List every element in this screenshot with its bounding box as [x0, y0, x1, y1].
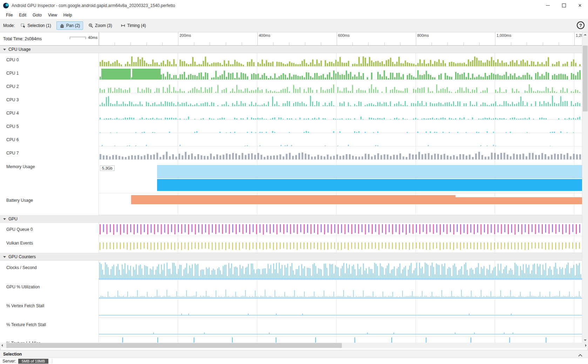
track-label-vertex-fetch-stall: % Vertex Fetch Stall	[0, 299, 99, 318]
track-chart-cpu-6[interactable]	[99, 133, 582, 146]
menu-item-view[interactable]: View	[45, 12, 60, 19]
track-chart-cpu-4[interactable]	[99, 107, 582, 120]
track-chart-cpu-3[interactable]	[99, 93, 582, 107]
track-row-cpu-1: CPU 1	[0, 67, 588, 80]
track-label-vulkan-events: Vulkan Events	[0, 236, 99, 253]
scroll-left-icon[interactable]	[1, 344, 3, 347]
track-chart-clocks-second[interactable]	[99, 261, 582, 280]
ruler-major-tick	[178, 32, 178, 45]
menu-item-file[interactable]: File	[3, 12, 16, 19]
horizontal-scrollbar[interactable]	[0, 343, 588, 348]
track-label-gpu-utilization: GPU % Utilization	[0, 280, 99, 299]
track-label-cpu-2: CPU 2	[0, 80, 99, 93]
ruler-minor-tick	[479, 42, 480, 45]
track-label-cpu-1: CPU 1	[0, 67, 99, 80]
track-chart-memory-usage[interactable]: 5.3Gb	[99, 160, 582, 193]
track-chart-gpu-queue-0[interactable]	[99, 223, 582, 236]
track-row-vulkan-events: Vulkan Events	[0, 236, 588, 253]
titlebar: Android GPU Inspector - com.google.andro…	[0, 0, 588, 11]
track-chart-gpu-utilization[interactable]	[99, 280, 582, 299]
vertical-scroll-thumb[interactable]	[583, 46, 588, 111]
ruler-minor-tick	[305, 42, 305, 45]
mode-button-label: Zoom (3)	[95, 23, 112, 28]
status-separator	[52, 359, 52, 363]
track-row-clocks-second: Clocks / Second	[0, 261, 588, 280]
mode-button-group: Selection (1)Pan (2)Zoom (3)Timing (4)	[18, 21, 149, 30]
mode-button-label: Timing (4)	[127, 23, 146, 28]
section-header-cpu-usage[interactable]: CPU Usage	[0, 46, 588, 53]
scale-indicator-icon	[70, 37, 86, 39]
track-row-vertex-fetch-stall: % Vertex Fetch Stall	[0, 299, 588, 318]
minimize-icon	[546, 5, 550, 6]
track-chart-cpu-5[interactable]	[99, 120, 582, 133]
track-label-texture-l1-miss: % Texture L1 Miss	[0, 337, 99, 343]
ruler-tick-area[interactable]: 200ms400ms600ms800ms1,000ms1,200ms	[99, 32, 588, 45]
track-label-cpu-4: CPU 4	[0, 107, 99, 120]
track-row-texture-l1-miss: % Texture L1 Miss	[0, 337, 588, 343]
track-chart-cpu-1[interactable]	[99, 67, 582, 80]
ruler-major-tick	[416, 32, 416, 45]
timeline-ruler: Total Time: 2s084ms 40ms 200ms400ms600ms…	[0, 32, 588, 46]
track-row-cpu-3: CPU 3	[0, 93, 588, 107]
mode-button-label: Pan (2)	[66, 23, 80, 28]
track-row-cpu-4: CPU 4	[0, 107, 588, 120]
track-label-memory-usage: Memory Usage	[0, 160, 99, 193]
memory-value-label: 5.3Gb	[100, 165, 115, 171]
ruler-minor-tick	[511, 42, 511, 45]
menu-item-goto[interactable]: Goto	[29, 12, 45, 19]
help-button[interactable]: ?	[577, 21, 584, 29]
memory-usage-badge: 5MB of 18MB	[18, 359, 49, 364]
track-label-battery-usage: Battery Usage	[0, 193, 99, 215]
chevron-up-icon[interactable]	[578, 353, 582, 358]
total-time-label: Total Time: 2s084ms	[3, 36, 42, 41]
ruler-minor-tick	[194, 42, 194, 45]
ruler-minor-tick	[543, 42, 543, 45]
scale-label: 40ms	[88, 35, 97, 40]
track-label-clocks-second: Clocks / Second	[0, 261, 99, 280]
selection-panel-title: Selection	[3, 352, 22, 357]
track-row-cpu-7: CPU 7	[0, 146, 588, 160]
track-chart-vulkan-events[interactable]	[99, 236, 582, 253]
mode-button-pan[interactable]: Pan (2)	[56, 21, 83, 30]
ruler-minor-tick	[368, 42, 369, 45]
mode-button-zoom[interactable]: Zoom (3)	[85, 21, 115, 30]
timing-icon	[121, 23, 126, 28]
section-header-gpu[interactable]: GPU	[0, 215, 588, 223]
ruler-minor-tick	[130, 42, 131, 45]
track-chart-cpu-0[interactable]	[99, 53, 582, 67]
track-chart-cpu-2[interactable]	[99, 80, 582, 93]
menu-item-help[interactable]: Help	[60, 12, 75, 19]
mode-button-label: Selection (1)	[27, 23, 51, 28]
track-row-cpu-2: CPU 2	[0, 80, 588, 93]
track-label-texture-fetch-stall: % Texture Fetch Stall	[0, 318, 99, 337]
ruler-minor-tick	[162, 42, 163, 45]
maximize-button[interactable]	[556, 0, 572, 11]
menu-item-edit[interactable]: Edit	[16, 12, 29, 19]
ruler-minor-tick	[115, 42, 115, 45]
track-chart-battery-usage[interactable]	[99, 193, 582, 215]
mode-button-timing[interactable]: Timing (4)	[117, 21, 149, 30]
scroll-up-icon[interactable]	[584, 34, 587, 35]
ruler-tick-label: 200ms	[180, 33, 191, 37]
track-label-cpu-6: CPU 6	[0, 133, 99, 146]
ruler-minor-tick	[147, 42, 147, 45]
scroll-down-icon[interactable]	[584, 339, 587, 341]
section-header-gpu-counters[interactable]: GPU Counters	[0, 253, 588, 261]
close-icon: ×	[578, 3, 581, 8]
track-row-cpu-0: CPU 0	[0, 53, 588, 67]
horizontal-scroll-thumb[interactable]	[6, 343, 342, 348]
track-chart-texture-l1-miss[interactable]	[99, 337, 582, 343]
ruler-tick-label: 800ms	[417, 33, 429, 37]
window-controls: ×	[540, 0, 588, 11]
pan-icon	[60, 23, 65, 28]
ruler-minor-tick	[527, 42, 527, 45]
mode-button-selection[interactable]: Selection (1)	[18, 21, 54, 30]
close-button[interactable]: ×	[572, 0, 588, 11]
vertical-scrollbar[interactable]	[582, 32, 588, 343]
track-chart-texture-fetch-stall[interactable]	[99, 318, 582, 337]
track-label-gpu-queue-0: GPU Queue 0	[0, 223, 99, 236]
minimize-button[interactable]	[540, 0, 556, 11]
track-chart-cpu-7[interactable]	[99, 146, 582, 160]
scroll-right-icon[interactable]	[585, 344, 587, 347]
track-chart-vertex-fetch-stall[interactable]	[99, 299, 582, 318]
